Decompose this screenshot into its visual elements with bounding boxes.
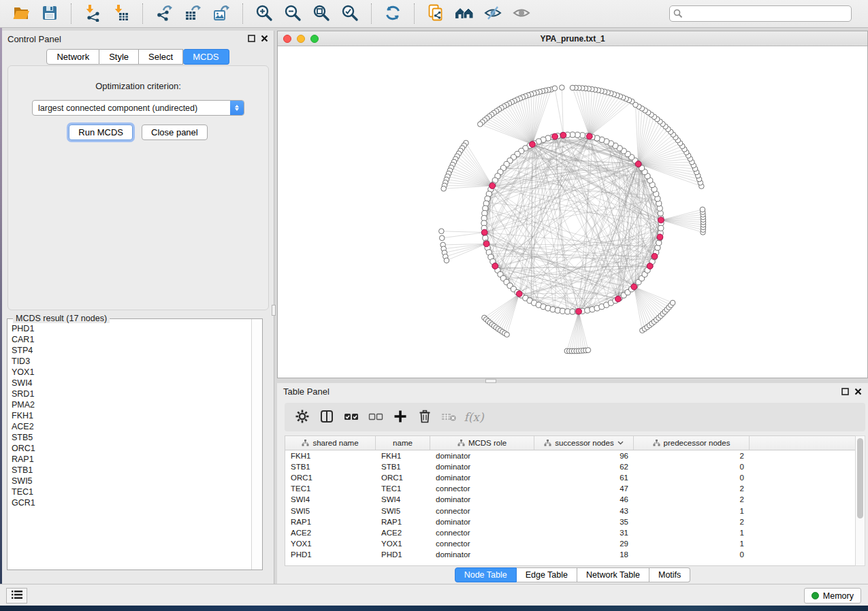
select-stepper-icon bbox=[230, 101, 244, 115]
tab-style[interactable]: Style bbox=[99, 49, 139, 65]
open-file-button[interactable] bbox=[10, 2, 33, 25]
unselect-all-columns-button[interactable] bbox=[364, 406, 388, 429]
result-node-item[interactable]: STB1 bbox=[8, 465, 251, 476]
result-node-item[interactable]: PHD1 bbox=[8, 323, 251, 334]
table-row[interactable]: ACE2ACE2connector311 bbox=[285, 527, 855, 538]
memory-status-button[interactable]: Memory bbox=[804, 588, 861, 604]
table-row[interactable]: STB1STB1dominator620 bbox=[285, 461, 855, 472]
result-node-item[interactable]: TID3 bbox=[8, 356, 251, 367]
table-cell: RAP1 bbox=[376, 518, 430, 526]
table-cell: SWI4 bbox=[285, 495, 376, 503]
function-builder-button[interactable]: f(x) bbox=[462, 406, 486, 429]
export-network-button[interactable] bbox=[152, 2, 176, 25]
float-panel-icon[interactable] bbox=[248, 33, 255, 45]
table-row[interactable]: YOX1YOX1connector291 bbox=[285, 538, 855, 549]
zoom-in-button[interactable] bbox=[253, 2, 276, 25]
table-cell: connector bbox=[430, 507, 534, 515]
network-canvas[interactable] bbox=[278, 46, 867, 378]
create-column-button[interactable] bbox=[388, 406, 413, 429]
table-scrollbar-thumb[interactable] bbox=[857, 438, 863, 518]
column-type-icon bbox=[653, 440, 660, 446]
import-table-button[interactable] bbox=[110, 2, 133, 25]
panel-divider-grip[interactable] bbox=[272, 305, 276, 316]
result-node-item[interactable]: TEC1 bbox=[8, 486, 251, 497]
column-header-predecessor-nodes[interactable]: predecessor nodes bbox=[634, 436, 750, 450]
result-node-item[interactable]: STB5 bbox=[8, 432, 251, 443]
result-node-item[interactable]: PMA2 bbox=[8, 399, 251, 410]
table-row[interactable]: TEC1TEC1connector472 bbox=[285, 483, 855, 494]
export-network-icon bbox=[155, 4, 173, 24]
refresh-button[interactable] bbox=[381, 2, 404, 25]
mcds-result-list[interactable]: PHD1CAR1STP4TID3YOX1SWI4SRD1PMA2FKH1ACE2… bbox=[8, 323, 251, 569]
close-panel-button[interactable]: Close panel bbox=[142, 125, 208, 140]
result-node-item[interactable]: SWI4 bbox=[8, 378, 251, 389]
table-row[interactable]: PHD1PHD1dominator180 bbox=[285, 549, 855, 560]
column-header-successor-nodes[interactable]: successor nodes bbox=[534, 436, 634, 450]
table-cell: STB1 bbox=[285, 463, 376, 471]
table-row[interactable]: SWI4SWI4dominator462 bbox=[285, 494, 855, 505]
result-node-item[interactable]: ACE2 bbox=[8, 421, 251, 432]
tab-network[interactable]: Network bbox=[46, 49, 99, 65]
search-input[interactable] bbox=[669, 5, 852, 22]
column-header-label: predecessor nodes bbox=[664, 439, 730, 447]
float-panel-icon[interactable] bbox=[841, 386, 849, 398]
tab-select[interactable]: Select bbox=[139, 49, 183, 65]
result-node-item[interactable]: CAR1 bbox=[8, 334, 251, 345]
tab-node-table[interactable]: Node Table bbox=[455, 567, 517, 582]
table-scrollbar[interactable] bbox=[855, 435, 865, 566]
tab-motifs[interactable]: Motifs bbox=[649, 567, 690, 582]
criterion-select[interactable]: largest connected component (undirected) bbox=[32, 100, 244, 116]
save-session-button[interactable] bbox=[38, 2, 61, 25]
node-table: shared namenameMCDS rolesuccessor nodesp… bbox=[285, 435, 855, 566]
result-node-item[interactable]: YOX1 bbox=[8, 367, 251, 378]
tab-mcds[interactable]: MCDS bbox=[183, 49, 229, 65]
tab-edge-table[interactable]: Edge Table bbox=[517, 567, 577, 582]
table-row[interactable]: FKH1FKH1dominator962 bbox=[285, 450, 855, 461]
select-all-columns-button[interactable] bbox=[339, 406, 364, 429]
column-header-MCDS-role[interactable]: MCDS role bbox=[430, 436, 534, 450]
column-header-label: successor nodes bbox=[555, 439, 613, 447]
table-options-button[interactable] bbox=[290, 406, 315, 429]
close-panel-icon[interactable] bbox=[854, 386, 862, 398]
table-row[interactable]: RAP1RAP1dominator352 bbox=[285, 516, 855, 527]
mcds-panel: Optimization criterion: largest connecte… bbox=[7, 65, 269, 310]
delete-table-button[interactable] bbox=[437, 406, 462, 429]
control-panel-title: Control Panel bbox=[7, 34, 61, 44]
result-node-item[interactable]: SWI5 bbox=[8, 476, 251, 486]
column-header-name[interactable]: name bbox=[376, 436, 430, 450]
result-node-item[interactable]: STP4 bbox=[8, 345, 251, 356]
import-network-button[interactable] bbox=[81, 2, 104, 25]
export-image-button[interactable] bbox=[210, 2, 233, 25]
column-header-shared-name[interactable]: shared name bbox=[285, 436, 376, 450]
zoom-out-button[interactable] bbox=[281, 2, 304, 25]
task-history-button[interactable] bbox=[6, 588, 27, 604]
zoom-selected-button[interactable] bbox=[338, 2, 361, 25]
toolbar-separator bbox=[414, 3, 415, 24]
result-node-item[interactable]: SRD1 bbox=[8, 389, 251, 399]
column-header-label: shared name bbox=[312, 439, 358, 447]
table-row[interactable]: ORC1ORC1dominator610 bbox=[285, 472, 855, 483]
export-table-button[interactable] bbox=[181, 2, 204, 25]
result-node-item[interactable]: FKH1 bbox=[8, 410, 251, 421]
show-all-networks-button[interactable] bbox=[453, 2, 476, 25]
table-cell: dominator bbox=[430, 495, 534, 503]
result-node-item[interactable]: ORC1 bbox=[8, 443, 251, 454]
zoom-fit-button[interactable] bbox=[310, 2, 333, 25]
clone-network-button[interactable] bbox=[424, 2, 447, 25]
delete-column-button[interactable] bbox=[413, 406, 437, 429]
close-panel-icon[interactable] bbox=[261, 33, 268, 45]
show-columns-button[interactable] bbox=[315, 406, 339, 429]
table-cell: 96 bbox=[534, 452, 634, 460]
hide-graphics-details-button[interactable] bbox=[481, 2, 504, 25]
table-cell: SWI4 bbox=[376, 495, 430, 503]
result-list-scrollbar[interactable] bbox=[251, 319, 262, 569]
export-image-icon bbox=[212, 4, 230, 24]
table-cell: SWI5 bbox=[376, 507, 430, 515]
result-node-item[interactable]: RAP1 bbox=[8, 454, 251, 465]
show-graphics-details-button[interactable] bbox=[510, 2, 533, 25]
table-row[interactable]: SWI5SWI5connector431 bbox=[285, 505, 855, 516]
result-node-item[interactable]: GCR1 bbox=[8, 497, 251, 508]
run-mcds-button[interactable]: Run MCDS bbox=[69, 125, 133, 140]
network-window-titlebar[interactable]: YPA_prune.txt_1 bbox=[278, 31, 867, 46]
tab-network-table[interactable]: Network Table bbox=[577, 567, 649, 582]
